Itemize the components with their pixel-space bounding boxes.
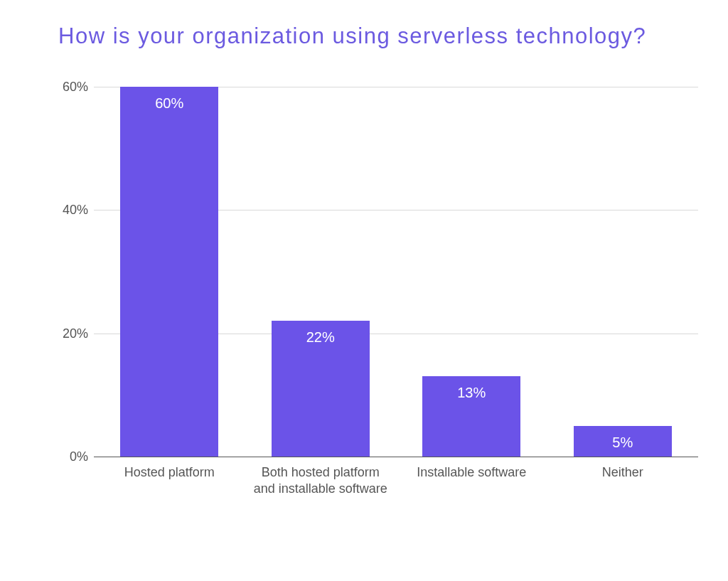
x-label-3: Neither — [547, 460, 699, 498]
chart-area: 60% 40% 20% 0% 60% 22% — [23, 80, 705, 521]
plot-area: 60% 22% 13% 5% — [94, 87, 698, 457]
x-axis-labels: Hosted platform Both hosted platform and… — [94, 460, 698, 498]
x-label-0: Hosted platform — [94, 460, 245, 498]
bar-col-3: 5% — [547, 87, 699, 457]
bar-installable: 13% — [422, 376, 520, 457]
x-label-2: Installable software — [396, 460, 547, 498]
y-tick-40: 40% — [63, 202, 88, 217]
bar-label-3: 5% — [612, 435, 633, 451]
bar-col-1: 22% — [245, 87, 397, 457]
chart-container: How is your organization using serverles… — [0, 0, 728, 581]
x-label-1: Both hosted platform and installable sof… — [245, 460, 397, 498]
bar-label-1: 22% — [306, 329, 335, 346]
bar-col-2: 13% — [396, 87, 547, 457]
bar-hosted-platform: 60% — [120, 87, 218, 457]
y-tick-60: 60% — [63, 79, 88, 94]
bars-group: 60% 22% 13% 5% — [94, 87, 698, 457]
bar-label-0: 60% — [155, 95, 183, 112]
bar-both: 22% — [272, 321, 370, 457]
bar-neither: 5% — [574, 426, 672, 457]
chart-title: How is your organization using serverles… — [58, 21, 678, 51]
baseline — [94, 457, 698, 457]
y-tick-20: 20% — [63, 326, 88, 341]
bar-col-0: 60% — [94, 87, 245, 457]
y-tick-0: 0% — [70, 449, 88, 464]
bar-label-2: 13% — [457, 385, 486, 401]
